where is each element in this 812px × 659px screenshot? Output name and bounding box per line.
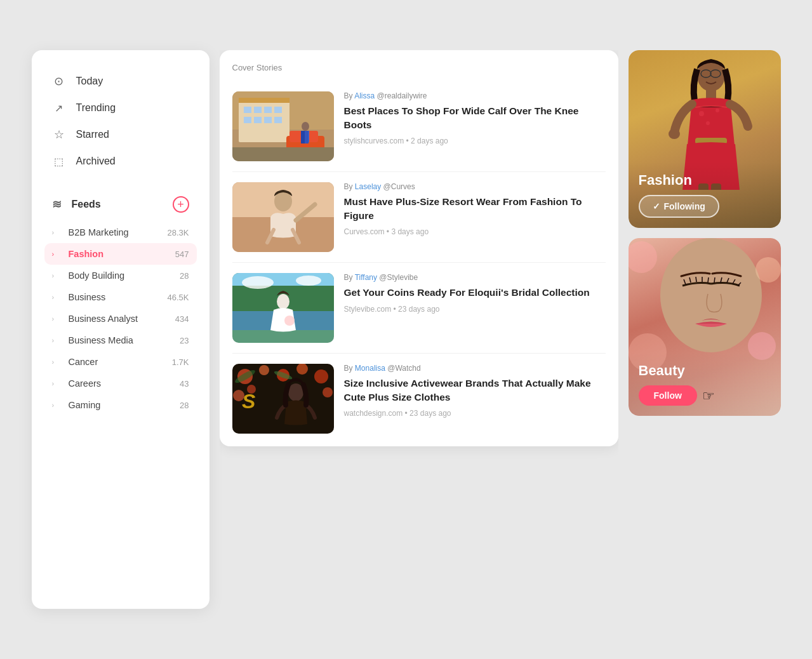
feeds-list: › B2B Marketing 28.3K › Fashion 547 › Bo… — [44, 222, 197, 416]
article-source: Curves.com • 3 days ago — [344, 227, 606, 236]
article-handle: @Stylevibe — [379, 273, 418, 282]
feed-item-gaming[interactable]: › Gaming 28 — [44, 394, 197, 416]
article-meta: By Monalisa @Watchd Size Inclusive Activ… — [344, 364, 606, 434]
article-by: By Alissa @realdailywire — [344, 91, 606, 100]
feed-item-careers[interactable]: › Careers 43 — [44, 373, 197, 394]
following-button[interactable]: ✓ Following — [639, 195, 719, 218]
article-author-link[interactable]: Tiffany — [355, 273, 377, 282]
feed-count: 23 — [180, 336, 189, 345]
article-thumbnail: S — [232, 364, 334, 434]
svg-point-76 — [755, 257, 781, 283]
feed-item-business-media[interactable]: › Business Media 23 — [44, 330, 197, 351]
svg-point-31 — [242, 276, 274, 289]
beauty-category-name: Beauty — [639, 363, 771, 379]
svg-point-53 — [706, 121, 710, 125]
svg-rect-8 — [244, 117, 251, 123]
article-title: Get Your Coins Ready For Eloquii's Brida… — [344, 286, 606, 300]
svg-point-51 — [699, 111, 704, 116]
article-by: By Monalisa @Watchd — [344, 364, 606, 373]
svg-line-69 — [708, 277, 709, 283]
feed-name: Business Media — [69, 335, 180, 345]
feed-item-business-analyst[interactable]: › Business Analyst 434 — [44, 308, 197, 330]
add-feed-button[interactable]: + — [173, 196, 189, 213]
feed-item-body-building[interactable]: › Body Building 28 — [44, 265, 197, 286]
feed-count: 28 — [180, 271, 189, 281]
trending-icon: ↗ — [52, 101, 66, 115]
sidebar: ⊙ Today ↗ Trending ☆ Starred ⬚ Archived … — [32, 50, 210, 609]
article-handle: @realdailywire — [377, 91, 427, 100]
article-author-link[interactable]: Monalisa — [355, 364, 385, 373]
articles-card: Cover Stories — [220, 50, 618, 446]
article-meta: By Tiffany @Stylevibe Get Your Coins Rea… — [344, 273, 606, 343]
fashion-category-name: Fashion — [639, 172, 771, 189]
main-content: Cover Stories — [220, 50, 618, 609]
feed-count: 43 — [180, 379, 189, 389]
svg-text:S: S — [242, 390, 256, 413]
svg-point-52 — [715, 109, 719, 112]
sidebar-item-starred[interactable]: ☆ Starred — [44, 121, 197, 148]
feed-item-b2b-marketing[interactable]: › B2B Marketing 28.3K — [44, 222, 197, 243]
article-author-link[interactable]: Alissa — [354, 91, 375, 100]
article-author-link[interactable]: Laselay — [355, 182, 381, 191]
article-thumbnail — [232, 91, 334, 161]
star-icon: ☆ — [52, 128, 66, 142]
nav-section: ⊙ Today ↗ Trending ☆ Starred ⬚ Archived — [44, 68, 197, 175]
feeds-header: ≋ Feeds + — [44, 190, 197, 219]
svg-point-37 — [259, 365, 269, 375]
svg-point-43 — [323, 387, 333, 397]
article-item[interactable]: S By Monalisa — [232, 354, 606, 434]
svg-point-32 — [296, 276, 321, 286]
svg-rect-6 — [264, 107, 272, 113]
svg-line-70 — [714, 277, 715, 283]
sidebar-item-label-archived: Archived — [76, 156, 116, 167]
svg-rect-7 — [274, 107, 282, 113]
article-thumbnail — [232, 182, 334, 252]
feeds-title: ≋ Feeds — [52, 197, 101, 211]
sidebar-item-label-starred: Starred — [76, 129, 109, 140]
svg-rect-18 — [232, 147, 334, 161]
article-item[interactable]: By Alissa @realdailywire Best Places To … — [232, 81, 606, 172]
svg-rect-11 — [274, 117, 282, 123]
cover-stories-label: Cover Stories — [232, 63, 606, 72]
sidebar-item-label-trending: Trending — [76, 102, 116, 114]
svg-rect-9 — [254, 117, 262, 123]
chevron-icon: › — [52, 400, 62, 410]
article-item[interactable]: By Laselay @Curves Must Have Plus-Size R… — [232, 172, 606, 263]
article-handle: @Curves — [383, 182, 415, 191]
sidebar-item-trending[interactable]: ↗ Trending — [44, 95, 197, 121]
svg-rect-22 — [305, 131, 309, 143]
svg-point-64 — [660, 238, 762, 352]
feed-count: 547 — [175, 250, 189, 259]
feed-item-business[interactable]: › Business 46.5K — [44, 286, 197, 308]
feeds-label: Feeds — [72, 199, 101, 210]
feed-item-cancer[interactable]: › Cancer 1.7K — [44, 351, 197, 373]
article-item[interactable]: By Tiffany @Stylevibe Get Your Coins Rea… — [232, 263, 606, 354]
svg-rect-4 — [244, 107, 251, 113]
following-label: Following — [664, 201, 705, 211]
article-source: Stylevibe.com • 23 days ago — [344, 305, 606, 314]
feed-count: 434 — [175, 314, 189, 324]
right-panel: Fashion ✓ Following — [629, 50, 781, 609]
chevron-icon: › — [52, 270, 62, 281]
article-handle: @Watchd — [387, 364, 420, 373]
fashion-category-card: Fashion ✓ Following — [629, 50, 781, 228]
svg-rect-21 — [301, 131, 305, 143]
svg-rect-5 — [254, 107, 262, 113]
follow-button[interactable]: Follow — [639, 385, 697, 406]
check-icon: ✓ — [653, 201, 660, 211]
article-source: stylishcurves.com • 2 days ago — [344, 136, 606, 145]
article-title: Must Have Plus-Size Resort Wear From Fas… — [344, 195, 606, 222]
feed-name: Gaming — [69, 400, 180, 410]
feed-item-fashion[interactable]: › Fashion 547 — [44, 243, 197, 265]
sidebar-item-today[interactable]: ⊙ Today — [44, 68, 197, 95]
feed-count: 28.3K — [168, 228, 189, 237]
svg-point-34 — [284, 316, 295, 326]
feed-count: 28 — [180, 401, 189, 410]
svg-point-33 — [277, 294, 290, 309]
sidebar-item-archived[interactable]: ⬚ Archived — [44, 148, 197, 175]
chevron-icon: › — [52, 292, 62, 302]
article-meta: By Alissa @realdailywire Best Places To … — [344, 91, 606, 161]
archive-icon: ⬚ — [52, 154, 66, 168]
chevron-icon: › — [52, 314, 62, 324]
feed-count: 1.7K — [172, 357, 189, 367]
